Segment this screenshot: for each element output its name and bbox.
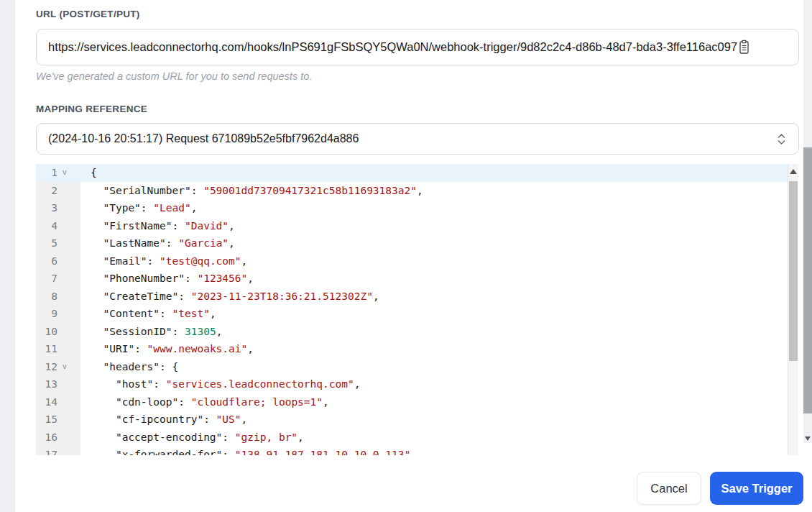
line-number: 10	[36, 323, 57, 341]
editor-scrollbar-thumb[interactable]	[789, 181, 798, 361]
code-line: 9 "Content": "test",	[36, 305, 798, 323]
cancel-button[interactable]: Cancel	[637, 472, 701, 505]
line-number: 6	[36, 252, 57, 270]
line-number: 17	[36, 446, 57, 455]
editor-scroll-up-arrow-icon[interactable]	[790, 169, 797, 174]
json-payload-editor[interactable]: 1v{2 "SerialNumber": "59001dd73709417321…	[36, 164, 798, 455]
webhook-trigger-panel: URL (POST/GET/PUT) https://services.lead…	[15, 0, 803, 512]
line-number: 16	[36, 429, 57, 447]
mapping-reference-selected-option: (2024-10-16 20:51:17) Request 671089b52e…	[48, 132, 359, 145]
code-line: 14 "cdn-loop": "cloudflare; loops=1",	[36, 393, 798, 411]
line-number: 13	[36, 375, 57, 393]
code-line: 1v{	[36, 164, 798, 182]
code-lines: 1v{2 "SerialNumber": "59001dd73709417321…	[36, 164, 798, 455]
line-number: 7	[36, 270, 57, 288]
code-line: 15 "cf-ipcountry": "US",	[36, 411, 798, 429]
page-scroll-down-arrow-icon[interactable]	[805, 436, 811, 441]
clipboard-copy-icon[interactable]	[738, 40, 750, 55]
code-line: 11 "URI": "www.newoaks.ai",	[36, 340, 798, 358]
mapping-reference-label: MAPPING REFERENCE	[36, 104, 147, 114]
code-line: 8 "CreateTime": "2023-11-23T18:36:21.512…	[36, 288, 798, 306]
line-number: 14	[36, 393, 57, 411]
code-line: 17 "x-forwarded-for": "138.91.187.181,10…	[36, 446, 798, 455]
select-up-down-chevrons-icon	[776, 132, 787, 147]
line-number: 4	[36, 217, 57, 235]
code-line: 5 "LastName": "Garcia",	[36, 234, 798, 252]
url-helper-text: We've generated a custom URL for you to …	[36, 70, 312, 82]
line-number: 8	[36, 288, 57, 306]
code-line: 16 "accept-encoding": "gzip, br",	[36, 429, 798, 447]
dotted-background-strip	[0, 0, 15, 512]
line-number: 9	[36, 305, 57, 323]
line-number: 15	[36, 411, 57, 429]
line-number: 12	[36, 358, 57, 376]
line-number: 1	[36, 164, 57, 182]
code-line: 2 "SerialNumber": "59001dd73709417321c58…	[36, 182, 798, 200]
url-field-label: URL (POST/GET/PUT)	[36, 9, 140, 19]
code-line: 6 "Email": "test@qq.com",	[36, 252, 798, 270]
fold-toggle-icon[interactable]: v	[57, 357, 72, 375]
code-line: 12v "headers": {	[36, 358, 798, 376]
line-number: 11	[36, 340, 57, 358]
code-line: 7 "PhoneNumber": "123456",	[36, 270, 798, 288]
code-line: 4 "FirstName": "David",	[36, 217, 798, 235]
webhook-url-value: https://services.leadconnectorhq.com/hoo…	[48, 40, 737, 54]
fold-toggle-icon[interactable]: v	[57, 164, 72, 181]
editor-scrollbar[interactable]	[788, 164, 798, 455]
line-number: 3	[36, 199, 57, 217]
mapping-reference-select[interactable]: (2024-10-16 20:51:17) Request 671089b52e…	[36, 123, 799, 155]
save-trigger-button[interactable]: Save Trigger	[710, 472, 803, 505]
code-line: 3 "Type": "Lead",	[36, 199, 798, 217]
code-line: 13 "host": "services.leadconnectorhq.com…	[36, 375, 798, 393]
webhook-url-input[interactable]: https://services.leadconnectorhq.com/hoo…	[36, 29, 799, 65]
code-line: 10 "SessionID": 31305,	[36, 323, 798, 341]
page-scrollbar[interactable]	[803, 0, 812, 443]
page-scrollbar-thumb[interactable]	[803, 147, 812, 413]
line-number: 2	[36, 182, 57, 200]
line-number: 5	[36, 234, 57, 252]
